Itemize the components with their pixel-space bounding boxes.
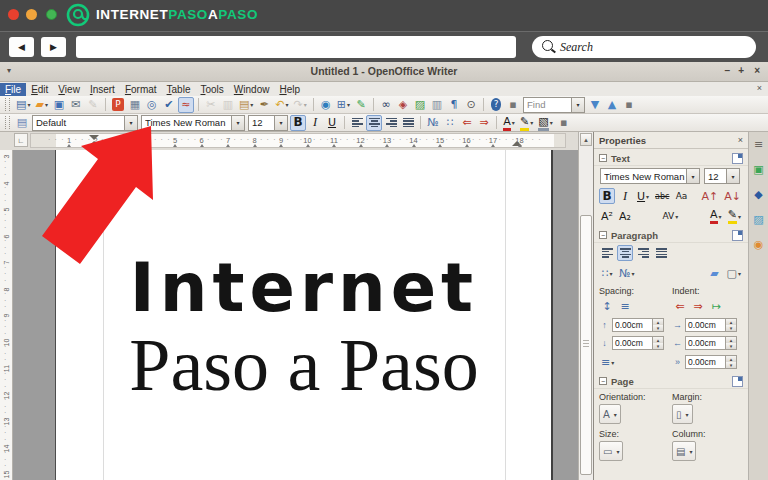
font-name-combo[interactable]: Times New Roman▾ xyxy=(141,115,245,131)
navigator-button[interactable]: ◈ xyxy=(395,97,411,113)
find-input-dropdown[interactable]: ▾ xyxy=(571,98,584,112)
character-spacing-button[interactable]: AV▾ xyxy=(661,208,681,224)
copy-button[interactable]: ▥ xyxy=(220,97,236,113)
menu-insert[interactable]: Insert xyxy=(85,83,120,96)
insert-table-button-dropdown[interactable]: ▾ xyxy=(347,101,350,108)
align-center-button[interactable] xyxy=(366,115,382,131)
sb-underline-button-dropdown[interactable]: ▾ xyxy=(646,193,649,200)
open-button[interactable]: ▰▾ xyxy=(33,97,49,113)
vertical-scrollbar[interactable]: ▲ xyxy=(578,132,593,480)
export-pdf-button[interactable]: P xyxy=(110,97,126,113)
sb-font-name-combo[interactable]: Times New Roman ▾ xyxy=(600,168,700,184)
paragraph-more-options-button[interactable] xyxy=(732,230,743,241)
bold-button[interactable]: B xyxy=(290,115,306,131)
search-box[interactable]: Search xyxy=(532,36,756,58)
indent-before-field[interactable]: → 0.00cm▴▾ xyxy=(672,318,737,332)
sb-numbering-button-dropdown[interactable]: ▾ xyxy=(631,270,634,277)
increase-indent-button[interactable]: ⇒ xyxy=(476,115,492,131)
undo-button-dropdown[interactable]: ▾ xyxy=(286,101,289,108)
sb-numbering-button[interactable]: №▾ xyxy=(617,265,636,281)
paste-button[interactable]: ▤▾ xyxy=(237,97,255,113)
tab-properties[interactable]: ▣ xyxy=(751,161,767,177)
sb-highlighting-button-dropdown[interactable]: ▾ xyxy=(738,213,741,220)
page-more-options-button[interactable] xyxy=(732,376,743,387)
scrollbar-thumb[interactable] xyxy=(580,215,592,475)
properties-close-button[interactable]: × xyxy=(738,135,743,145)
find-replace-button[interactable]: ∞ xyxy=(378,97,394,113)
font-size-combo-dropdown[interactable]: ▾ xyxy=(274,116,287,130)
autospellcheck-button[interactable]: ≈ xyxy=(178,97,194,113)
margin-button[interactable]: ▯▾ xyxy=(672,404,693,424)
menu-edit[interactable]: Edit xyxy=(26,83,53,96)
tab-gallery[interactable]: ▨ xyxy=(751,211,767,227)
find-next-button[interactable]: ▼ xyxy=(587,97,603,113)
numbering-button[interactable]: № xyxy=(425,115,441,131)
back-button[interactable]: ◀ xyxy=(9,37,34,57)
indent-after-value[interactable]: 0.00cm xyxy=(686,338,725,348)
data-sources-button[interactable]: ▥ xyxy=(429,97,445,113)
gallery-button[interactable]: ▨ xyxy=(412,97,428,113)
sb-highlighting-button[interactable]: ✎▾ xyxy=(726,208,743,224)
find-input[interactable]: Find▾ xyxy=(523,97,585,113)
cut-button[interactable]: ✂ xyxy=(203,97,219,113)
page-preview-button[interactable]: ◎ xyxy=(144,97,160,113)
sb-font-color-button-dropdown[interactable]: ▾ xyxy=(719,213,722,220)
superscript-button[interactable]: A² xyxy=(599,208,615,224)
menu-window[interactable]: Window xyxy=(229,83,275,96)
tab-navigator[interactable]: ◉ xyxy=(751,236,767,252)
sb-font-color-button[interactable]: A▾ xyxy=(708,208,724,224)
address-bar[interactable] xyxy=(76,36,516,58)
font-color-button-dropdown[interactable]: ▾ xyxy=(512,119,515,126)
new-document-button-dropdown[interactable]: ▾ xyxy=(27,101,30,108)
zoom-button[interactable]: ⊙ xyxy=(463,97,479,113)
sidebar-menu-button[interactable]: ≡ xyxy=(751,136,767,152)
paragraph-style-combo[interactable]: Default▾ xyxy=(32,115,138,131)
redo-button[interactable]: ↷▾ xyxy=(292,97,309,113)
horizontal-ruler[interactable]: 123456789101112131415161718·············… xyxy=(30,133,566,148)
sb-strikethrough-button[interactable]: abc xyxy=(653,188,671,204)
help-button[interactable]: ? xyxy=(488,97,504,113)
spacing-below-stepper[interactable]: ▴▾ xyxy=(652,337,663,349)
new-document-button[interactable]: ▤▾ xyxy=(14,97,32,113)
document-close-button[interactable]: × xyxy=(757,83,762,93)
spacing-below-value[interactable]: 0.00cm xyxy=(613,338,652,348)
font-color-button[interactable]: A▾ xyxy=(501,115,517,131)
menu-table[interactable]: Table xyxy=(162,83,196,96)
styles-panel-button[interactable]: ▤ xyxy=(14,115,30,131)
window-title-bar[interactable]: ▾ Untitled 1 - OpenOffice Writer – + × xyxy=(0,62,768,82)
scroll-up-button[interactable]: ▲ xyxy=(580,133,592,146)
indent-after-stepper[interactable]: ▴▾ xyxy=(725,337,736,349)
spacing-above-stepper[interactable]: ▴▾ xyxy=(652,319,663,331)
first-line-indent-field[interactable]: » 0.00cm▴▾ xyxy=(672,355,737,369)
highlighting-button-dropdown[interactable]: ▾ xyxy=(530,119,533,126)
sb-bullets-button[interactable]: ∷▾ xyxy=(599,265,615,281)
print-button[interactable]: ▦ xyxy=(127,97,143,113)
spacing-above-value[interactable]: 0.00cm xyxy=(613,320,652,330)
window-zoom-traffic-light[interactable] xyxy=(46,9,57,20)
decrease-indent-button[interactable]: ⇐ xyxy=(459,115,475,131)
sb-font-size-combo[interactable]: 12 ▾ xyxy=(704,168,740,184)
size-button[interactable]: ▭▾ xyxy=(599,441,623,461)
sb-font-size-dropdown[interactable]: ▾ xyxy=(726,169,739,183)
background-color-button[interactable]: ▧▾ xyxy=(536,115,554,131)
open-button-dropdown[interactable]: ▾ xyxy=(45,101,48,108)
align-left-button[interactable] xyxy=(349,115,365,131)
border-button[interactable]: ▢▾ xyxy=(725,265,743,281)
justify-button[interactable] xyxy=(400,115,416,131)
std-overflow-button[interactable]: ▪ xyxy=(621,97,637,113)
column-button[interactable]: ▤▾ xyxy=(672,441,696,461)
italic-button[interactable]: I xyxy=(307,115,323,131)
spacing-above-field[interactable]: ↑ 0.00cm▴▾ xyxy=(599,318,664,332)
sb-align-left-button[interactable] xyxy=(599,245,615,261)
sb-align-center-button[interactable] xyxy=(617,245,633,261)
highlighting-button[interactable]: ✎▾ xyxy=(518,115,535,131)
hanging-indent-button[interactable]: ↦ xyxy=(708,298,724,314)
font-name-combo-dropdown[interactable]: ▾ xyxy=(231,116,244,130)
menu-tools[interactable]: Tools xyxy=(195,83,228,96)
insert-table-button[interactable]: ⊞▾ xyxy=(335,97,352,113)
collapse-text-section-button[interactable]: − xyxy=(599,154,607,162)
close-button[interactable]: × xyxy=(754,65,760,76)
indent-before-stepper[interactable]: ▴▾ xyxy=(725,319,736,331)
sb-bold-button[interactable]: B xyxy=(599,188,615,204)
first-line-indent-value[interactable]: 0.00cm xyxy=(686,357,725,367)
